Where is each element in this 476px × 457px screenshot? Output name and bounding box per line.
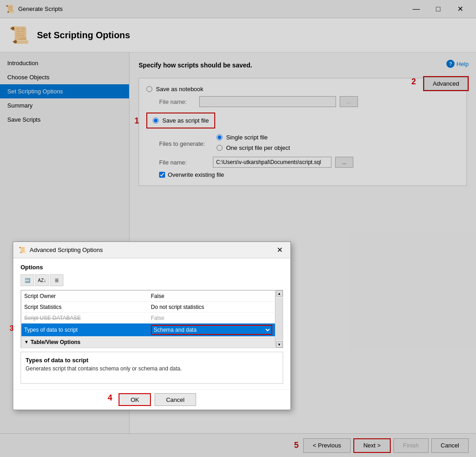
table-row: Script Owner False — [21, 291, 275, 302]
dialog-footer: 4 OK Cancel — [13, 389, 290, 410]
scroll-up-arrow[interactable]: ▲ — [276, 290, 283, 297]
option-value: False — [148, 291, 275, 302]
scrollbar: ▲ ▼ — [275, 290, 283, 348]
section-header-cell: ▼ Table/View Options — [21, 337, 275, 348]
step3-badge: 3 — [10, 324, 14, 333]
option-name: Script USE DATABASE — [21, 313, 149, 323]
option-value: Do not script statistics — [148, 302, 275, 313]
option-name: 3 Types of data to script — [21, 323, 149, 337]
dialog-ok-button[interactable]: OK — [119, 393, 151, 406]
toolbar-sort-icon-btn[interactable]: 🔤 — [21, 274, 34, 286]
options-table-container: Script Owner False Script Statistics Do … — [21, 290, 283, 348]
scroll-down-arrow[interactable]: ▼ — [276, 341, 283, 348]
option-name: Script Statistics — [21, 302, 149, 313]
toolbar-list-btn[interactable]: ☰ — [50, 274, 63, 286]
types-of-data-row: 3 Types of data to script Schema and dat… — [21, 323, 275, 337]
description-title: Types of data to script — [26, 357, 278, 364]
description-text: Generates script that contains schema on… — [26, 365, 278, 372]
dialog-close-button[interactable]: ✕ — [274, 245, 285, 256]
scroll-thumb — [276, 298, 283, 340]
chevron-down-icon: ▼ — [24, 339, 29, 344]
toolbar-az-btn[interactable]: AZ↓ — [35, 274, 49, 286]
section-label: Table/View Options — [31, 339, 81, 345]
description-box: Types of data to script Generates script… — [21, 352, 283, 384]
section-header-row: ▼ Table/View Options — [21, 337, 275, 348]
option-value-dropdown: Schema and data Schema only Data only — [148, 323, 275, 337]
dialog-body: Options 🔤 AZ↓ ☰ Script Owner False Scrip… — [13, 258, 290, 389]
option-name: Script Owner — [21, 291, 149, 302]
dialog-title: 📜 Advanced Scripting Options — [19, 246, 103, 253]
dialog-options-label: Options — [21, 264, 283, 271]
step4-badge: 4 — [108, 393, 112, 406]
options-table: Script Owner False Script Statistics Do … — [21, 290, 275, 348]
table-row: Script Statistics Do not script statisti… — [21, 302, 275, 313]
option-value: False — [148, 313, 275, 323]
dialog-title-bar: 📜 Advanced Scripting Options ✕ — [13, 242, 290, 258]
table-row: Script USE DATABASE False — [21, 313, 275, 323]
advanced-scripting-dialog: 📜 Advanced Scripting Options ✕ Options 🔤… — [13, 241, 291, 410]
types-dropdown[interactable]: Schema and data Schema only Data only — [151, 325, 272, 335]
dialog-cancel-button[interactable]: Cancel — [155, 393, 196, 406]
dialog-icon: 📜 — [19, 246, 26, 253]
dialog-toolbar: 🔤 AZ↓ ☰ — [21, 274, 283, 286]
